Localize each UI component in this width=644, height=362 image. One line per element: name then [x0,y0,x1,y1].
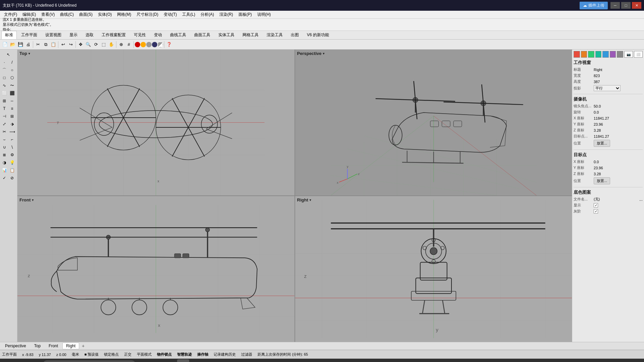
color4-icon[interactable] [152,42,157,47]
viewport-right-dropdown[interactable]: ▼ [309,198,312,202]
grid-icon[interactable]: # [125,41,132,48]
panel-view-camera[interactable]: 📷 [624,51,633,58]
array-tool[interactable]: ⊞ [8,113,16,120]
bg-checkbox-grayscale[interactable]: ✓ [594,209,598,214]
toolbar-tab-2[interactable]: 设置视图 [42,31,65,39]
color2-icon[interactable] [141,42,146,47]
toolbar-tab-11[interactable]: 网格工具 [239,31,262,39]
viewport-right-label[interactable]: Right ▼ [297,197,312,202]
extend-tool[interactable]: ⟶ [8,128,16,135]
copy-icon[interactable]: ⧉ [42,41,49,48]
viewport-front-label[interactable]: Front ▼ [19,197,34,202]
bg-checkbox-display[interactable]: ✓ [594,203,598,207]
bg-browse-icon[interactable]: ... [639,197,643,202]
render-tool[interactable]: ◑ [1,159,8,166]
bottom-tab-perspective[interactable]: Perspective [1,343,30,349]
taskbar-explorer[interactable]: 📁 [152,359,164,362]
bottom-tab-front[interactable]: Front [45,343,62,349]
toolbar-tab-5[interactable]: 工作视窗配置 [98,31,129,39]
panel-color-cyan[interactable] [595,51,602,58]
select-icon[interactable]: ⬚ [100,41,107,48]
maximize-button[interactable]: □ [621,2,631,9]
viewport-front-dropdown[interactable]: ▼ [31,198,34,202]
cut-icon[interactable]: ✂ [34,41,42,48]
viewport-perspective[interactable]: Perspective ▼ [295,50,572,195]
add-tab-button[interactable]: + [80,343,87,349]
camera-place-button[interactable]: 放置... [594,140,610,147]
status-gumball[interactable]: 操作轴 [197,352,208,357]
trim-tool[interactable]: ✂ [1,128,8,135]
save-icon[interactable]: 💾 [17,41,24,48]
bottom-tab-top[interactable]: Top [31,343,44,349]
target-place-button[interactable]: 放置... [594,177,610,184]
report-tool[interactable]: 📋 [8,167,16,174]
panel-view-grid[interactable]: ⬜ [634,51,643,58]
toolbar-tab-0[interactable]: 标准 [1,31,17,39]
viewport-top-label[interactable]: Top ▼ [19,51,31,56]
pan-icon[interactable]: ✋ [108,41,115,48]
toolbar-tab-3[interactable]: 显示 [66,31,81,39]
select-tool[interactable]: ↖ [1,51,16,58]
wipe-tool[interactable]: ⊘ [8,174,16,182]
panel-color-purple[interactable] [610,51,616,58]
panel-color-settings[interactable] [617,51,623,58]
surface-tool[interactable]: ⬜ [1,89,8,97]
fillet-tool[interactable]: ⌣ [1,136,8,143]
mirror-tool[interactable]: ⊣ [1,113,8,120]
check-tool[interactable]: ✓ [1,174,8,182]
toolbar-tab-8[interactable]: 曲线工具 [166,31,190,39]
paste-icon[interactable]: 📋 [50,41,57,48]
curve-tool[interactable]: ∿ [1,82,8,89]
snap-icon[interactable]: ⊕ [117,41,125,48]
color5-icon[interactable] [158,42,163,47]
point-tool[interactable]: · [1,59,8,66]
taskbar-mail[interactable]: 📧 [164,359,176,362]
color3-icon[interactable] [146,42,152,47]
toolbar-tab-12[interactable]: 渲染工具 [263,31,286,39]
status-plane[interactable]: 平面模式 [137,352,152,357]
toolbar-tab-1[interactable]: 工作平面 [17,31,41,39]
solid-tool[interactable]: ⬛ [8,89,16,97]
redo-icon[interactable]: ↪ [67,41,74,48]
viewport-perspective-dropdown[interactable]: ▼ [322,52,325,55]
boolean-diff-tool[interactable]: ∖ [8,143,16,151]
status-history[interactable]: 记录建构历史 [214,352,236,357]
status-lockgrid[interactable]: 锁定格点 [104,352,119,357]
taskbar-search[interactable]: 🔍 [15,359,28,362]
rect-tool[interactable]: □ [1,74,8,81]
shear-tool[interactable]: ⬗ [8,120,16,128]
panel-color-blue[interactable] [602,51,609,58]
toolbar-tab-9[interactable]: 曲面工具 [191,31,214,39]
text-tool[interactable]: T [1,105,8,112]
taskbar-edge[interactable]: 🌐 [139,359,151,362]
layer-tool[interactable]: ≣ [1,151,8,159]
viewport-top-dropdown[interactable]: ▼ [28,52,31,55]
prop-select-projection[interactable]: 平行 透视 [594,85,621,91]
circle-tool[interactable]: ○ [8,66,16,74]
panel-color-green[interactable] [588,51,594,58]
dimension-tool[interactable]: ↔ [8,97,16,105]
freeform-tool[interactable]: 〜 [8,82,16,89]
toolbar-tab-4[interactable]: 选取 [82,31,97,39]
toolbar-tab-10[interactable]: 实体工具 [215,31,238,39]
analyse-tool[interactable]: 📊 [1,167,8,174]
move-icon[interactable]: ✥ [77,41,84,48]
hatch-tool[interactable]: ≡ [8,105,16,112]
minimize-button[interactable]: ─ [610,2,620,9]
zoom-icon[interactable]: 🔍 [85,41,92,48]
bottom-tab-right[interactable]: Right [62,343,79,349]
chamfer-tool[interactable]: ⌐ [8,136,16,143]
taskbar-taskview[interactable]: ⬜ [29,359,41,362]
boolean-union-tool[interactable]: ∪ [1,143,8,151]
upload-button[interactable]: ☁ 插件上传 [580,2,608,9]
toolbar-tab-14[interactable]: V6 的新功能 [303,31,333,39]
print-icon[interactable]: 🖨 [24,41,32,48]
panel-color-orange[interactable] [581,51,587,58]
mesh-tool[interactable]: ⊞ [1,97,8,105]
start-button[interactable] [2,359,14,362]
rotate-icon[interactable]: ⟳ [92,41,100,48]
toolbar-tab-6[interactable]: 可见性 [130,31,150,39]
taskbar-rhino[interactable]: 🦏 [177,359,189,362]
status-smarttrack[interactable]: 智慧轨迹 [177,352,192,357]
viewport-perspective-label[interactable]: Perspective ▼ [297,51,325,56]
